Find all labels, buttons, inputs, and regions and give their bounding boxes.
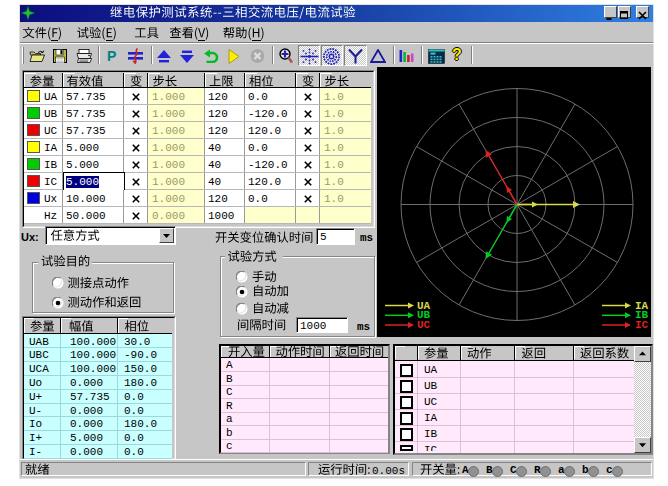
svg-text:UC: UC <box>417 319 431 331</box>
svg-text:IC: IC <box>635 319 649 331</box>
